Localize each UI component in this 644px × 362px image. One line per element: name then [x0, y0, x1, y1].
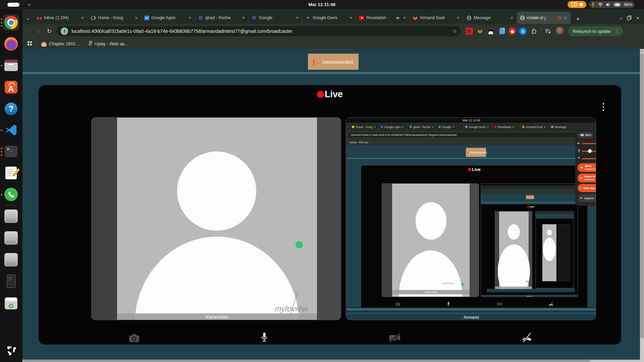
url-text[interactable]: localhost:4000/call/315a0e1c-09a5-4a18-b…: [71, 28, 449, 34]
close-window-button[interactable]: ×: [636, 15, 639, 21]
tab-drive[interactable]: Home - Goog×: [88, 12, 141, 24]
address-bar[interactable]: localhost:4000/call/315a0e1c-09a5-4a18-b…: [57, 26, 461, 36]
tab-gemini[interactable]: ✦ Google Gemi×: [302, 12, 356, 24]
system-status-area[interactable]: 96%: [589, 1, 635, 8]
extensions-puzzle-icon[interactable]: [530, 27, 537, 35]
scroll-up-arrow[interactable]: ▲: [641, 50, 643, 52]
panel-menu-kebab-icon[interactable]: [600, 101, 607, 113]
hang-up-button[interactable]: [522, 332, 532, 343]
running-dot: [1, 194, 2, 195]
video-tile-armand-screenshare: Mar 12 11:46 × Home - Goog× Google Agen×…: [346, 117, 596, 320]
browser-menu-kebab-icon[interactable]: ⋮: [615, 28, 620, 34]
system-clock[interactable]: Mar 12 11:46: [0, 0, 644, 9]
dock-item-chrome[interactable]: [3, 14, 19, 31]
mini-tile-klaranouba: myloview Klaranouba: [382, 183, 479, 297]
mic-permission-icon[interactable]: [61, 27, 68, 35]
close-tab-icon[interactable]: ×: [402, 15, 407, 20]
metamask-extension-icon[interactable]: [476, 27, 484, 35]
videocam-off-button[interactable]: [389, 333, 401, 343]
dock-item-ubuntu-software[interactable]: A: [3, 79, 19, 95]
mini-call-controls: [361, 301, 588, 308]
close-tab-icon[interactable]: ×: [295, 15, 300, 20]
mini-nested-name-label: Armand: [481, 295, 578, 297]
running-dot: [1, 129, 2, 131]
camera-snapshot-button[interactable]: [128, 333, 140, 343]
mini-watermark: myloview: [441, 282, 454, 285]
close-tab-icon[interactable]: ×: [456, 15, 461, 20]
screen-record-indicator[interactable]: [568, 1, 586, 8]
mini-brightness-icon: ☀: [577, 156, 580, 160]
trash-icon: ♻: [5, 297, 17, 309]
vertical-scrollbar-thumb[interactable]: [640, 53, 644, 338]
bookmark-favicon: [41, 41, 47, 47]
profile-avatar[interactable]: [555, 27, 564, 36]
microphone-in-use-icon: [591, 2, 595, 7]
back-icon[interactable]: ←: [22, 28, 33, 35]
dock-item-app-grid[interactable]: [3, 342, 19, 358]
apps-grid-icon[interactable]: [27, 41, 32, 47]
share-footer-band: [346, 307, 596, 311]
dock-item-text-editor[interactable]: [3, 165, 19, 181]
close-tab-icon[interactable]: ×: [563, 15, 568, 20]
dock-item-vscode[interactable]: [3, 122, 19, 138]
horizontal-scrollbar-thumb[interactable]: [23, 360, 590, 362]
mini-dark-style-pill: ◐Dark Styl: [578, 184, 596, 192]
microphone-button[interactable]: [261, 332, 268, 343]
dock-item-firefox[interactable]: [3, 36, 19, 52]
google-drive-icon: [91, 15, 96, 20]
close-tab-icon[interactable]: ×: [134, 15, 139, 20]
tab-create-or-join-active[interactable]: create or j ×: [517, 12, 571, 24]
close-tab-icon[interactable]: ×: [80, 15, 85, 20]
dock-item-ssd-3[interactable]: SSD: [3, 252, 19, 268]
letterbox-right: [317, 118, 341, 320]
bookmark-uplay[interactable]: Uplay - Web ap…: [89, 41, 129, 47]
tab-gitlab[interactable]: Armand Guel×: [410, 12, 463, 24]
new-tab-button[interactable]: +: [573, 14, 583, 24]
stop-record-icon[interactable]: [580, 3, 583, 6]
dock-item-ssd-2[interactable]: SSD: [3, 230, 19, 246]
bookmark-star-icon[interactable]: ☆: [452, 28, 457, 34]
hypothesis-extension-icon[interactable]: h: [466, 27, 473, 35]
dock-item-whatsapp[interactable]: [3, 186, 19, 202]
dock-item-mobile-device[interactable]: [3, 273, 19, 289]
mini-live-red-dot: [468, 168, 471, 171]
disconnect-button[interactable]: [→ Deconnection: [308, 54, 359, 70]
adblock-extension-icon[interactable]: [508, 27, 516, 35]
tab-gtrad[interactable]: G gtrad - Reche×: [195, 12, 249, 24]
reload-icon[interactable]: ↻: [44, 28, 55, 35]
minimize-button[interactable]: –: [620, 15, 622, 21]
close-tab-icon[interactable]: ×: [187, 15, 192, 20]
bookmark-chapter[interactable]: Chapter 1602…: [41, 41, 80, 47]
globe-icon: [466, 15, 472, 20]
dock-item-terminal[interactable]: >_: [3, 143, 19, 160]
forward-icon[interactable]: →: [33, 28, 44, 35]
dock-item-trash[interactable]: ♻: [3, 295, 19, 311]
shazam-extension-icon[interactable]: S: [519, 27, 527, 35]
tab-calendar[interactable]: 12 Google Agen×: [141, 12, 195, 24]
mini-tab-strip: × Home - Goog× Google Agen× gtrad - Rech…: [346, 123, 596, 131]
dock-item-help[interactable]: ?: [3, 101, 19, 117]
wifi-icon: [598, 2, 603, 7]
relaunch-to-update-button[interactable]: Relaunch to update ⋮: [568, 26, 623, 36]
tab-search-button[interactable]: ⌄: [22, 12, 34, 24]
side-panel-extension-icon[interactable]: [498, 27, 505, 35]
close-tab-icon[interactable]: ×: [241, 15, 246, 20]
tab-message[interactable]: Message×: [463, 12, 517, 24]
spy-extension-icon[interactable]: [487, 27, 494, 35]
dock-item-ssd-1[interactable]: SSD: [3, 208, 19, 224]
tab-audio-icon[interactable]: [396, 16, 400, 20]
battery-percent: 96%: [624, 2, 632, 7]
mini-bookmarks-bar: Uplay - Web ap…: [346, 139, 596, 145]
letterbox-left: [92, 118, 117, 320]
tab-google[interactable]: G Google×: [249, 12, 302, 24]
tab-inbox[interactable]: Inbox (2,194)×: [34, 12, 88, 24]
running-dot: [1, 65, 2, 66]
dock-item-files[interactable]: [3, 57, 19, 73]
media-controls-icon[interactable]: [544, 27, 552, 35]
close-tab-icon[interactable]: ×: [509, 15, 514, 20]
tab-youtube[interactable]: Revelation ×: [356, 12, 410, 24]
close-tab-icon[interactable]: ×: [348, 15, 353, 20]
volume-icon: [606, 2, 611, 7]
restore-button[interactable]: [627, 15, 632, 20]
running-dot: [1, 25, 2, 27]
